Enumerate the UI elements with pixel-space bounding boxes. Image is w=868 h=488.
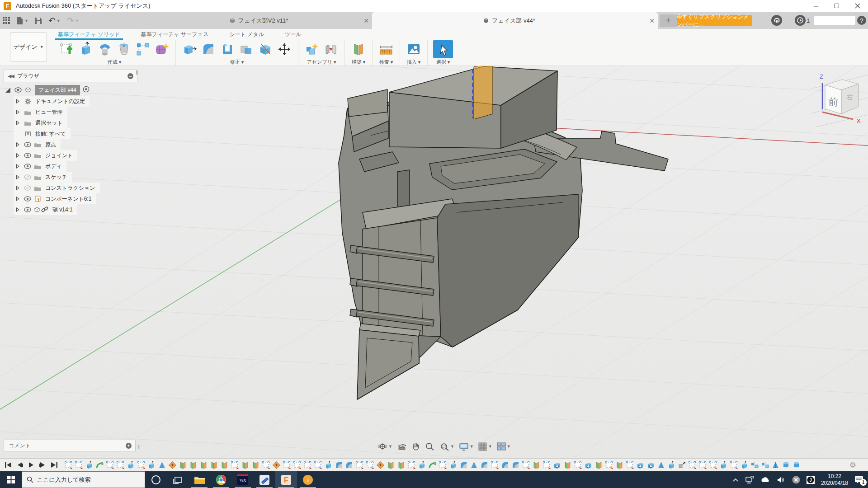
timeline-feature-sk-icon[interactable] xyxy=(106,461,114,469)
help-icon[interactable]: ? xyxy=(857,16,866,25)
minimize-panel-icon[interactable]: – xyxy=(127,73,133,79)
comment-box[interactable]: コメント + xyxy=(4,440,136,451)
timeline-feature-sk-icon[interactable] xyxy=(137,461,146,469)
timeline-feature-sk-icon[interactable] xyxy=(491,461,499,469)
skip-start-icon[interactable] xyxy=(5,462,12,468)
timeline-feature-pl-icon[interactable] xyxy=(387,461,395,469)
ribbon-tab-0[interactable]: 基準フィーチャ ソリッド xyxy=(55,29,123,40)
browser-item[interactable]: ビュー管理 xyxy=(4,107,137,117)
extrude-icon[interactable] xyxy=(78,41,94,57)
timeline-feature-fi-icon[interactable] xyxy=(459,461,468,469)
timeline-feature-sk-icon[interactable] xyxy=(688,461,697,469)
create-sketch-icon[interactable] xyxy=(59,41,75,57)
timeline-feature-pl-icon[interactable] xyxy=(241,461,250,469)
browser-item[interactable]: ドキュメントの設定 xyxy=(4,96,137,107)
timeline-feature-ho-icon[interactable] xyxy=(646,461,655,469)
timeline-feature-sk-icon[interactable] xyxy=(314,461,322,469)
timeline-feature-tri-icon[interactable] xyxy=(657,461,665,469)
browser-item[interactable]: 原点 xyxy=(4,139,137,150)
timeline-feature-fi-icon[interactable] xyxy=(501,461,509,469)
timeline-feature-sk-icon[interactable] xyxy=(116,461,125,469)
expander-icon[interactable] xyxy=(5,88,10,93)
timeline-feature-sk-icon[interactable] xyxy=(574,461,582,469)
step-forward-icon[interactable] xyxy=(39,462,46,468)
move-icon[interactable] xyxy=(276,41,292,57)
collapse-panel-icon[interactable]: ◀◀ xyxy=(8,73,14,79)
revolve-icon[interactable] xyxy=(97,41,113,57)
browser-root-row[interactable]: フェイス部 v44 xyxy=(4,84,137,96)
timeline-feature-pl-icon[interactable] xyxy=(563,461,572,469)
timeline-feature-sk-icon[interactable] xyxy=(439,461,447,469)
orbit-icon[interactable]: ▼ xyxy=(377,442,392,451)
add-comment-icon[interactable]: + xyxy=(126,443,132,449)
timeline-feature-tri-icon[interactable] xyxy=(158,461,166,469)
timeline-feature-sk-icon[interactable] xyxy=(231,461,239,469)
taskbar-app-vix[interactable]: ViX xyxy=(232,471,254,488)
fillet-icon[interactable] xyxy=(200,41,217,57)
press-pull-icon[interactable] xyxy=(181,41,198,57)
browser-item[interactable]: 顎 v14:1 xyxy=(4,204,137,215)
app-grid-icon[interactable] xyxy=(3,17,10,24)
timeline-feature-fi-icon[interactable] xyxy=(335,461,343,469)
tab-close-icon[interactable]: ✕ xyxy=(646,17,658,24)
measure-icon[interactable] xyxy=(378,41,394,57)
x-circle-icon[interactable] xyxy=(792,476,800,484)
chevron-up-icon[interactable] xyxy=(732,478,739,482)
timeline-feature-pl-icon[interactable] xyxy=(397,461,406,469)
panel-resize-grip[interactable]: ‖ xyxy=(136,70,138,76)
timeline-feature-pl-icon[interactable] xyxy=(532,461,541,469)
timeline-feature-sk-icon[interactable] xyxy=(283,461,291,469)
expander-icon[interactable] xyxy=(14,186,23,190)
timeline-feature-pl-icon[interactable] xyxy=(179,461,187,469)
taskbar-app-task-view[interactable] xyxy=(167,471,189,488)
network-icon[interactable] xyxy=(745,476,754,484)
expander-icon[interactable] xyxy=(14,153,23,158)
job-status-icon[interactable] xyxy=(771,15,782,26)
eye-off-icon[interactable] xyxy=(23,174,33,180)
eye-icon[interactable] xyxy=(23,196,33,202)
timeline-feature-ex-icon[interactable] xyxy=(147,461,156,469)
close-button[interactable] xyxy=(847,0,868,12)
timeline-feature-sk-icon[interactable] xyxy=(64,461,73,469)
timeline-feature-ho-icon[interactable] xyxy=(636,461,645,469)
timeline-feature-sk-icon[interactable] xyxy=(626,461,634,469)
loft-icon[interactable] xyxy=(116,41,132,57)
display-settings-icon[interactable]: ▼ xyxy=(459,442,474,451)
browser-item-label[interactable]: 顎 v14:1 xyxy=(52,206,73,214)
ribbon-group-label[interactable]: アセンブリ ▾ xyxy=(307,59,336,66)
timeline-feature-ho-icon[interactable] xyxy=(584,461,593,469)
panel-resize-grip[interactable]: ‖ xyxy=(137,444,140,450)
timeline-feature-dia-icon[interactable] xyxy=(376,461,385,469)
timeline-feature-sw-icon[interactable] xyxy=(428,461,437,469)
timeline-feature-sk-icon[interactable] xyxy=(698,461,707,469)
tab-close-icon[interactable]: ✕ xyxy=(360,17,372,24)
shell-icon[interactable] xyxy=(219,41,236,57)
grid-snap-icon[interactable]: ▼ xyxy=(478,442,492,451)
ribbon-group-label[interactable]: 挿入 ▾ xyxy=(407,59,421,66)
expander-icon[interactable] xyxy=(14,110,23,114)
browser-item-label[interactable]: 原点 xyxy=(45,141,56,149)
browser-item[interactable]: 接触: すべて xyxy=(4,128,137,139)
expander-icon[interactable] xyxy=(14,175,23,179)
expander-icon[interactable] xyxy=(14,121,23,125)
new-component-icon[interactable] xyxy=(304,41,320,57)
timeline-feature-ex-icon[interactable] xyxy=(449,461,458,469)
eye-off-icon[interactable] xyxy=(23,185,33,191)
timeline-feature-tri-icon[interactable] xyxy=(470,461,478,469)
insert-image-icon[interactable] xyxy=(406,41,422,57)
pan-icon[interactable] xyxy=(411,442,420,451)
ribbon-group-label[interactable]: 構築 ▾ xyxy=(352,59,366,66)
eye-icon[interactable] xyxy=(23,142,33,147)
taskbar-app-fusion360[interactable]: F xyxy=(275,471,297,488)
expander-icon[interactable] xyxy=(14,197,23,201)
timeline-feature-rv-icon[interactable] xyxy=(792,461,801,469)
viewports-icon[interactable]: ▼ xyxy=(497,442,511,450)
ribbon-tab-2[interactable]: シート メタル xyxy=(226,29,267,40)
volume-icon[interactable] xyxy=(777,476,786,483)
timeline-feature-fi-icon[interactable] xyxy=(511,461,520,469)
split-face-icon[interactable] xyxy=(257,41,274,57)
eye-icon[interactable] xyxy=(23,164,33,169)
workspace-selector[interactable]: デザイン ▼ xyxy=(10,33,47,61)
viewport-canvas[interactable]: ◀◀ ブラウザ – フェイス部 v44 ドキュメントの設定ビュー管理選択セット接… xyxy=(0,66,868,458)
browser-item[interactable]: ジョイント xyxy=(4,150,137,161)
